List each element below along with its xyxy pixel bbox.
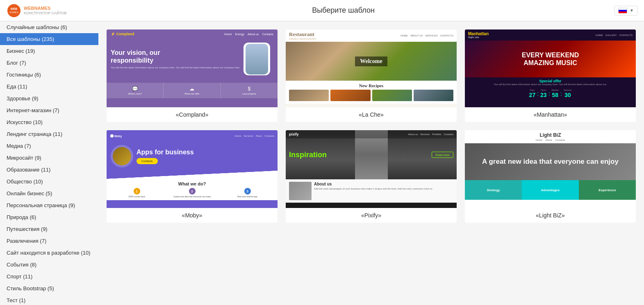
lache-thumb-3 xyxy=(372,90,412,101)
template-card-moby[interactable]: Moby Home Services About Contacts xyxy=(107,130,278,223)
sidebar-item[interactable]: Тест (1) xyxy=(0,294,98,305)
template-card-lightbiz[interactable]: Light BiZ Home About Contacts A great ne… xyxy=(465,130,636,223)
pixify-inspiration-text: Inspiration xyxy=(289,151,327,159)
lightbiz-feature-strategy: Strategy xyxy=(465,180,522,200)
pixify-about-section: About us Add the main advantages of your… xyxy=(286,179,457,203)
svg-point-0 xyxy=(7,4,20,17)
lache-nav: HOME ABOUT US SERVICES CONTACTS xyxy=(401,34,453,37)
svg-point-3 xyxy=(110,134,114,138)
sidebar-item[interactable]: Интернет-магазин (7) xyxy=(0,104,98,116)
sidebar-item[interactable]: Природа (6) xyxy=(0,211,98,223)
pixify-header: pixify About us Services Portfolio Conta… xyxy=(286,130,457,138)
template-card-pixify[interactable]: pixify About us Services Portfolio Conta… xyxy=(286,130,457,223)
lache-thumb-2 xyxy=(330,90,370,101)
lache-recipes-title: New Recipes xyxy=(289,83,453,88)
lightbiz-feature-experience: Experience xyxy=(579,180,636,200)
compland-subtext: You will find the latest information abo… xyxy=(111,66,240,69)
pixify-hero: pixify About us Services Portfolio Conta… xyxy=(286,130,457,179)
logo: WEB NAMES WEBNAMES КОНСТРУКТОР САЙТОВ xyxy=(7,3,72,18)
moby-header: Moby Home Services About Contacts xyxy=(107,130,278,142)
template-card-lache[interactable]: Restaurant FRENCH RESTAURANT HOME ABOUT … xyxy=(286,29,457,122)
template-name-moby: «Moby» xyxy=(107,208,278,223)
template-preview-pixify: pixify About us Services Portfolio Conta… xyxy=(286,130,457,208)
sidebar-item[interactable]: События (8) xyxy=(0,259,98,271)
sidebar-item[interactable]: Лендинг страница (11) xyxy=(0,128,98,140)
compland-header: ⚡ Compland Home Energy About us Contacts xyxy=(107,29,278,38)
sidebar-item[interactable]: Стиль Bootstrap (5) xyxy=(0,282,98,294)
language-selector[interactable]: ▼ xyxy=(614,6,637,16)
sidebar-item[interactable]: Блог (7) xyxy=(0,57,98,69)
moby-headline: Apps for business xyxy=(137,148,194,156)
lightbiz-feature-advantages: Advantages xyxy=(522,180,579,200)
sidebar-item[interactable]: Бизнес (19) xyxy=(0,45,98,57)
compland-footer: 💬 What's new? ☁ What we offer $ Last pro… xyxy=(107,83,278,98)
lache-recipes-section: New Recipes xyxy=(286,81,457,104)
lache-welcome: Welcome xyxy=(355,56,387,66)
lache-header: Restaurant FRENCH RESTAURANT HOME ABOUT … xyxy=(286,29,457,42)
templates-grid: ⚡ Compland Home Energy About us Contacts… xyxy=(107,29,636,223)
sidebar-item[interactable]: Гостиницы (6) xyxy=(0,69,98,81)
template-preview-lache: Restaurant FRENCH RESTAURANT HOME ABOUT … xyxy=(286,29,457,107)
template-name-pixify: «Pixify» xyxy=(286,208,457,223)
lache-thumb-4 xyxy=(414,90,453,101)
svg-text:NAMES: NAMES xyxy=(9,11,18,14)
pixify-readmore-button[interactable]: Read more xyxy=(432,152,453,158)
lache-thumbs xyxy=(289,90,453,101)
moby-feature-3: 3 Best new android app xyxy=(221,188,274,198)
template-preview-moby: Moby Home Services About Contacts xyxy=(107,130,278,208)
header: WEB NAMES WEBNAMES КОНСТРУКТОР САЙТОВ Вы… xyxy=(0,0,644,21)
sidebar-item[interactable]: Персональная страница (9) xyxy=(0,199,98,211)
manhattan-nav: HOME GALLERY CONTACTS xyxy=(596,34,633,36)
chevron-down-icon: ▼ xyxy=(630,8,634,13)
manhattan-headline: EVERY WEEKENDAMAZING MUSIC xyxy=(522,51,579,67)
moby-contacts-button[interactable]: Contacts xyxy=(137,158,158,164)
lightbiz-headline: A great new idea that everyone can enjoy xyxy=(482,158,619,166)
sidebar-item[interactable]: Здоровье (9) xyxy=(0,93,98,104)
sidebar-item[interactable]: Еда (11) xyxy=(0,81,98,93)
moby-nav: Home Services About Contacts xyxy=(235,135,274,137)
sidebar-item[interactable]: Искусство (10) xyxy=(0,116,98,128)
svg-text:Moby: Moby xyxy=(114,135,122,138)
compland-avatar xyxy=(243,43,270,75)
manhattan-offer: Special offer You will find the latest i… xyxy=(465,77,636,87)
flag-icon xyxy=(618,8,627,14)
template-preview-compland: ⚡ Compland Home Energy About us Contacts… xyxy=(107,29,278,107)
content-area: ⚡ Compland Home Energy About us Contacts… xyxy=(98,21,644,305)
lache-hero: Welcome xyxy=(286,42,457,81)
moby-features: 1 100% money back 2 A great new idea tha… xyxy=(110,188,274,198)
sidebar-item[interactable]: Сайт находится в разработке (10) xyxy=(0,247,98,259)
pixify-about-title: About us xyxy=(289,182,453,186)
main-layout: Случайные шаблоны (6)Все шаблоны (235)Би… xyxy=(0,21,644,305)
lightbiz-hero: A great new idea that everyone can enjoy xyxy=(465,143,636,180)
sidebar-item[interactable]: Путешествия (9) xyxy=(0,223,98,235)
compland-footer-item-1: 💬 What's new? xyxy=(107,83,164,98)
svg-text:WEB: WEB xyxy=(11,7,17,10)
template-name-manhattan: «Manhattan» xyxy=(465,107,636,122)
moby-feature-1: 1 100% money back xyxy=(110,188,164,198)
template-preview-lightbiz: Light BiZ Home About Contacts A great ne… xyxy=(465,130,636,208)
sidebar-item[interactable]: Микросайт (9) xyxy=(0,152,98,164)
sidebar-content: Случайные шаблоны (6)Все шаблоны (235)Би… xyxy=(0,21,98,305)
sidebar-item[interactable]: Случайные шаблоны (6) xyxy=(0,21,98,33)
compland-footer-item-3: $ Last projects xyxy=(221,83,278,98)
template-card-manhattan[interactable]: Manhattan Night club HOME GALLERY CONTAC… xyxy=(465,29,636,122)
sidebar-item[interactable]: Онлайн бизнес (5) xyxy=(0,188,98,199)
manhattan-hero: EVERY WEEKENDAMAZING MUSIC xyxy=(465,41,636,77)
manhattan-countdown: Days 27 : Hours 23 : Minutes 58 xyxy=(465,87,636,100)
template-card-compland[interactable]: ⚡ Compland Home Energy About us Contacts… xyxy=(107,29,278,122)
sidebar-item[interactable]: Все шаблоны (235) xyxy=(0,33,98,45)
logo-name: WEBNAMES xyxy=(24,6,67,11)
logo-subtitle: КОНСТРУКТОР САЙТОВ xyxy=(24,11,67,15)
sidebar-item[interactable]: Медиа (7) xyxy=(0,140,98,152)
compland-logo: ⚡ Compland xyxy=(111,32,134,36)
sidebar-item[interactable]: Спорт (11) xyxy=(0,271,98,282)
sidebar-item[interactable]: Развлечения (7) xyxy=(0,235,98,247)
compland-nav: Home Energy About us Contacts xyxy=(224,33,273,36)
template-name-lache: «La Che» xyxy=(286,107,457,122)
moby-section-title: What we do? xyxy=(110,181,274,186)
sidebar-item[interactable]: Общество (10) xyxy=(0,176,98,188)
lightbiz-features: Strategy Advantages Experience xyxy=(465,180,636,200)
moby-hero: Apps for business Contacts xyxy=(107,142,278,171)
sidebar-item[interactable]: Образование (11) xyxy=(0,164,98,176)
moby-feature-2: 2 A great new idea that everyone can enj… xyxy=(165,188,219,198)
